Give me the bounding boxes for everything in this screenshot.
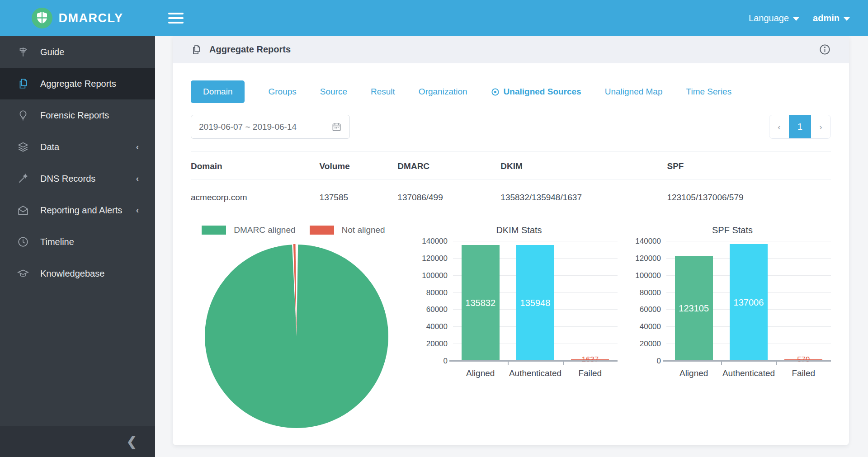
pie-canvas [191,243,402,429]
card-body: Domain Groups Source Result Organization… [173,63,849,429]
col-spf: SPF [667,152,831,180]
tab-groups[interactable]: Groups [268,87,296,97]
plot-area: 123105137006579 [666,241,831,361]
chart-title: DKIM Stats [420,223,618,237]
sidebar-item-label: DNS Records [40,174,95,184]
x-tick-label: Authenticated [721,368,776,378]
y-tick-label: 140000 [422,237,448,246]
sidebar-item-dns-records[interactable]: DNS Records ‹ [0,163,155,194]
y-axis-labels: 020000400006000080000100000120000140000 [420,241,453,361]
bar-value-label: 123105 [679,303,709,314]
signpost-icon [17,46,29,58]
sidebar-item-label: Timeline [40,237,74,247]
user-label: admin [813,13,840,24]
sidebar-item-knowledgebase[interactable]: Knowledgebase [0,258,155,289]
card-header: Aggregate Reports [173,36,849,63]
chevron-left-icon: ‹ [136,174,139,184]
y-tick-label: 40000 [640,322,661,331]
tab-result[interactable]: Result [371,87,395,97]
y-tick-label: 80000 [640,288,661,297]
pages-icon [17,78,29,90]
language-dropdown[interactable]: Language [749,13,799,24]
y-tick-label: 120000 [422,254,448,263]
graduation-cap-icon [17,268,29,279]
magic-wand-icon [17,173,29,184]
x-tick-label: Authenticated [508,368,562,378]
shield-logo-icon [32,8,52,28]
tab-source[interactable]: Source [320,87,347,97]
x-tick-label: Aligned [453,368,508,378]
pagination-next-button[interactable]: › [811,115,830,138]
col-dmarc: DMARC [397,152,500,180]
y-tick-label: 0 [657,357,661,366]
cell-spf: 123105/137006/579 [667,180,831,215]
chevron-left-icon: ‹ [136,142,139,152]
plot-area: 1358321359481637 [453,241,618,361]
sidebar-item-label: Reporting and Alerts [40,205,122,216]
charts-row: DMARC alignedNot aligned DKIM Stats 0200… [191,223,831,429]
dmarcly-app: DMARCLY Language admin Guide Aggreg [0,0,868,457]
topbar: DMARCLY Language admin [0,0,868,36]
target-icon [491,88,500,96]
tab-unaligned-map[interactable]: Unaligned Map [605,87,663,97]
mail-open-icon [17,204,29,216]
sidebar-item-label: Knowledgebase [40,269,104,279]
dmarc-alignment-pie-chart: DMARC alignedNot aligned [191,223,402,429]
collapse-sidebar-icon[interactable]: ❮ [127,434,137,449]
aggregate-reports-card: Aggregate Reports Domain Groups Source R… [173,36,849,445]
table-row: acmecorp.com 137585 137086/499 135832/13… [191,180,831,215]
legend-swatch [310,226,334,235]
tab-organization[interactable]: Organization [419,87,467,97]
y-tick-label: 140000 [635,237,661,246]
y-tick-label: 20000 [640,339,661,349]
hamburger-menu-icon[interactable] [168,13,184,24]
calendar-icon [331,122,342,132]
sidebar-item-guide[interactable]: Guide [0,36,155,68]
pagination-prev-button[interactable]: ‹ [769,115,789,138]
cell-domain: acmecorp.com [191,180,320,215]
y-tick-label: 100000 [422,271,448,280]
brand-name: DMARCLY [58,11,123,25]
cell-volume: 137585 [320,180,398,215]
sidebar-item-reporting-and-alerts[interactable]: Reporting and Alerts ‹ [0,194,155,226]
x-tick-label: Failed [563,368,618,378]
user-dropdown[interactable]: admin [813,13,850,24]
sidebar-item-timeline[interactable]: Timeline [0,226,155,258]
main-content: Aggregate Reports Domain Groups Source R… [155,36,868,457]
pagination-page-1[interactable]: 1 [789,115,811,138]
lightbulb-icon [17,109,29,121]
col-domain: Domain [191,152,320,180]
y-tick-label: 40000 [426,322,448,331]
caret-down-icon [793,17,799,21]
controls-row: 2019-06-07 ~ 2019-06-14 ‹ 1 › [191,115,831,139]
legend-label: Not aligned [342,225,385,235]
date-range-picker[interactable]: 2019-06-07 ~ 2019-06-14 [191,115,350,139]
chart-title: SPF Stats [634,223,831,237]
date-range-value: 2019-06-07 ~ 2019-06-14 [199,122,297,132]
info-circle-icon[interactable] [819,43,831,56]
language-label: Language [749,13,789,24]
col-dkim: DKIM [500,152,667,180]
x-axis-labels: AlignedAuthenticatedFailed [666,368,831,378]
report-tabs: Domain Groups Source Result Organization… [191,80,831,103]
sidebar-item-label: Forensic Reports [40,110,109,121]
caret-down-icon [844,17,850,21]
bar-value-label: 137006 [734,297,764,308]
sidebar-item-label: Aggregate Reports [40,79,116,89]
sidebar-item-forensic-reports[interactable]: Forensic Reports [0,99,155,131]
page-title: Aggregate Reports [209,44,291,55]
tab-unaligned-sources[interactable]: Unaligned Sources [491,87,581,97]
x-tick-label: Failed [776,368,831,378]
cell-dmarc: 137086/499 [397,180,500,215]
y-tick-label: 120000 [635,254,661,263]
tab-domain[interactable]: Domain [191,80,245,103]
y-tick-label: 80000 [426,288,448,297]
sidebar-item-data[interactable]: Data ‹ [0,131,155,163]
table-header-row: Domain Volume DMARC DKIM SPF [191,152,831,180]
y-tick-label: 20000 [426,339,448,349]
pagination: ‹ 1 › [769,115,831,139]
bar-value-label: 135832 [465,298,495,308]
sidebar-item-aggregate-reports[interactable]: Aggregate Reports [0,68,155,99]
tab-time-series[interactable]: Time Series [686,87,732,97]
sidebar-item-label: Data [40,142,59,152]
